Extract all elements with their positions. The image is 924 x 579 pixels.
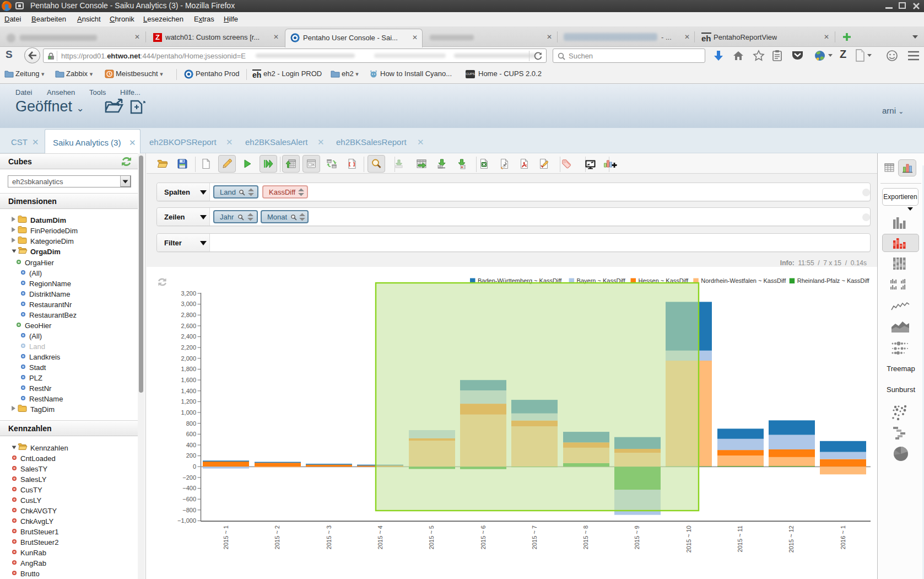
svg-text:2,200: 2,200 [181,344,196,351]
svg-text:Nordrhein-Westfalen ~ KassDiff: Nordrhein-Westfalen ~ KassDiff [701,277,786,284]
svg-text:2015 ~ 6: 2015 ~ 6 [480,526,487,549]
svg-text:2,400: 2,400 [181,333,196,340]
svg-text:−800: −800 [182,507,196,513]
svg-text:2,800: 2,800 [181,312,196,318]
svg-text:1,600: 1,600 [181,377,196,383]
svg-text:2,600: 2,600 [181,323,196,329]
svg-text:2015 ~ 9: 2015 ~ 9 [634,526,640,549]
svg-text:800: 800 [186,420,196,427]
svg-text:2015 ~ 7: 2015 ~ 7 [531,526,538,549]
svg-text:2015 ~ 3: 2015 ~ 3 [326,526,332,549]
svg-text:2015 ~ 1: 2015 ~ 1 [223,526,229,549]
svg-text:3,000: 3,000 [181,301,196,307]
svg-text:2015 ~ 10: 2015 ~ 10 [685,526,692,553]
svg-text:2015 ~ 4: 2015 ~ 4 [377,526,383,549]
svg-text:0: 0 [193,463,196,470]
svg-text:2015 ~ 5: 2015 ~ 5 [428,526,435,549]
svg-text:2015 ~ 2: 2015 ~ 2 [274,526,280,549]
svg-text:2015 ~ 8: 2015 ~ 8 [582,526,589,549]
svg-text:2015 ~ 12: 2015 ~ 12 [788,526,795,553]
svg-text:2016 ~ 1: 2016 ~ 1 [840,526,846,549]
svg-text:400: 400 [186,442,196,448]
svg-text:Rheinland-Pfalz ~ KassDiff: Rheinland-Pfalz ~ KassDiff [797,277,870,284]
svg-text:−200: −200 [182,474,196,481]
svg-text:1,200: 1,200 [181,398,196,405]
svg-text:−400: −400 [182,485,196,491]
svg-text:1,800: 1,800 [181,366,196,372]
svg-text:−1,000: −1,000 [177,517,196,524]
svg-text:1,000: 1,000 [181,409,196,416]
svg-text:2015 ~ 11: 2015 ~ 11 [737,526,743,552]
svg-text:3,200: 3,200 [181,290,196,297]
svg-text:−600: −600 [182,496,196,502]
svg-text:1,400: 1,400 [181,388,196,394]
svg-text:600: 600 [186,431,196,437]
svg-text:200: 200 [186,452,196,459]
svg-text:2,000: 2,000 [181,355,196,362]
